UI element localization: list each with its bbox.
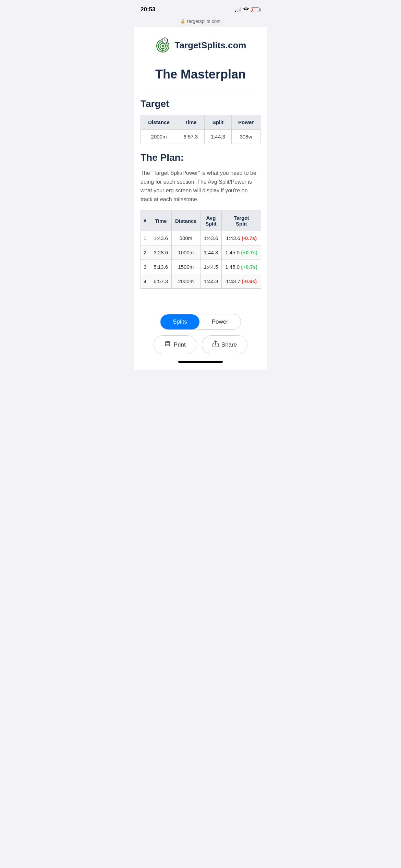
print-icon (164, 341, 171, 349)
target-col-power: Power (232, 115, 260, 130)
plan-row-distance: 1500m (172, 260, 200, 274)
share-icon (212, 340, 219, 349)
target-power: 308w (232, 130, 260, 144)
bottom-section: Splits Power Print Share (134, 307, 267, 358)
plan-row-time: 5:13.6 (150, 260, 172, 274)
status-bar: 20:53 (134, 0, 267, 17)
plan-row-avg-split: 1:44.3 (200, 245, 222, 260)
plan-row-target-split: 1:43.6 (-0.7s) (222, 231, 261, 245)
plan-col-target-split: TargetSplit (222, 211, 261, 231)
plan-row-delta: (+0.7s) (241, 250, 257, 255)
divider (141, 90, 260, 90)
svg-rect-11 (164, 38, 166, 38)
target-col-split: Split (204, 115, 232, 130)
lock-icon: 🔒 (180, 19, 185, 24)
plan-row-time: 6:57.3 (150, 274, 172, 289)
plan-row-delta: (-0.6s) (242, 278, 257, 284)
logo-text: TargetSplits.com (174, 40, 246, 51)
battery-icon (251, 8, 260, 12)
share-button[interactable]: Share (202, 335, 247, 354)
plan-table: # Time Distance AvgSplit TargetSplit 1 1… (141, 210, 261, 289)
plan-row-avg-split: 1:43.6 (200, 231, 222, 245)
action-buttons: Print Share (154, 335, 247, 354)
plan-row-num: 4 (141, 274, 150, 289)
plan-row-time: 1:43.6 (150, 231, 172, 245)
plan-row-distance: 1000m (172, 245, 200, 260)
plan-col-num: # (141, 211, 150, 231)
plan-row-delta: (-0.7s) (242, 235, 257, 241)
target-split: 1:44.3 (204, 130, 232, 144)
plan-col-avg-split: AvgSplit (200, 211, 222, 231)
plan-table-row: 3 5:13.6 1500m 1:44.5 1:45.0 (+0.7s) (141, 260, 261, 274)
print-button[interactable]: Print (154, 335, 196, 354)
splits-toggle-button[interactable]: Splits (160, 314, 199, 329)
plan-section-heading: The Plan: (141, 152, 260, 163)
home-bar (178, 361, 223, 363)
home-indicator (134, 358, 267, 370)
plan-col-time: Time (150, 211, 172, 231)
svg-point-3 (162, 45, 164, 47)
plan-row-distance: 2000m (172, 274, 200, 289)
plan-table-header-row: # Time Distance AvgSplit TargetSplit (141, 211, 261, 231)
logo-area: TargetSplits.com (141, 34, 260, 60)
plan-row-target-split: 1:45.0 (+0.7s) (222, 245, 261, 260)
plan-row-delta: (+0.7s) (241, 264, 257, 270)
plan-row-avg-split: 1:44.5 (200, 260, 222, 274)
status-time: 20:53 (141, 6, 155, 13)
status-icons (235, 7, 260, 12)
url-bar: 🔒 targetsplits.com (134, 17, 267, 27)
target-table-header-row: Distance Time Split Power (141, 115, 260, 130)
plan-table-row: 4 6:57.3 2000m 1:44.3 1:43.7 (-0.6s) (141, 274, 261, 289)
plan-col-distance: Distance (172, 211, 200, 231)
plan-row-time: 3:28.6 (150, 245, 172, 260)
plan-row-num: 2 (141, 245, 150, 260)
plan-row-target-split: 1:45.0 (+0.7s) (222, 260, 261, 274)
target-table: Distance Time Split Power 2000m 6:57.3 1… (141, 115, 260, 144)
plan-row-num: 1 (141, 231, 150, 245)
url-text: targetsplits.com (187, 19, 221, 24)
wifi-icon (243, 7, 249, 12)
plan-table-row: 1 1:43.6 500m 1:43.6 1:43.6 (-0.7s) (141, 231, 261, 245)
share-label: Share (221, 341, 237, 348)
plan-description: The "Target Split/Power" is what you nee… (141, 169, 260, 204)
page-title: The Masterplan (141, 60, 260, 90)
target-table-row: 2000m 6:57.3 1:44.3 308w (141, 130, 260, 144)
target-distance: 2000m (141, 130, 177, 144)
plan-row-target-split: 1:43.7 (-0.6s) (222, 274, 261, 289)
plan-row-distance: 500m (172, 231, 200, 245)
target-col-time: Time (177, 115, 205, 130)
signal-icon (235, 7, 241, 12)
logo-icon (155, 37, 171, 53)
target-section-heading: Target (141, 98, 260, 109)
svg-point-14 (169, 343, 170, 344)
toggle-group: Splits Power (160, 314, 241, 330)
plan-table-row: 2 3:28.6 1000m 1:44.3 1:45.0 (+0.7s) (141, 245, 261, 260)
plan-row-avg-split: 1:44.3 (200, 274, 222, 289)
svg-rect-13 (166, 344, 169, 346)
power-toggle-button[interactable]: Power (199, 314, 241, 329)
plan-row-num: 3 (141, 260, 150, 274)
target-time: 6:57.3 (177, 130, 205, 144)
print-label: Print (174, 341, 186, 348)
target-col-distance: Distance (141, 115, 177, 130)
page-content: TargetSplits.com The Masterplan Target D… (134, 27, 267, 307)
